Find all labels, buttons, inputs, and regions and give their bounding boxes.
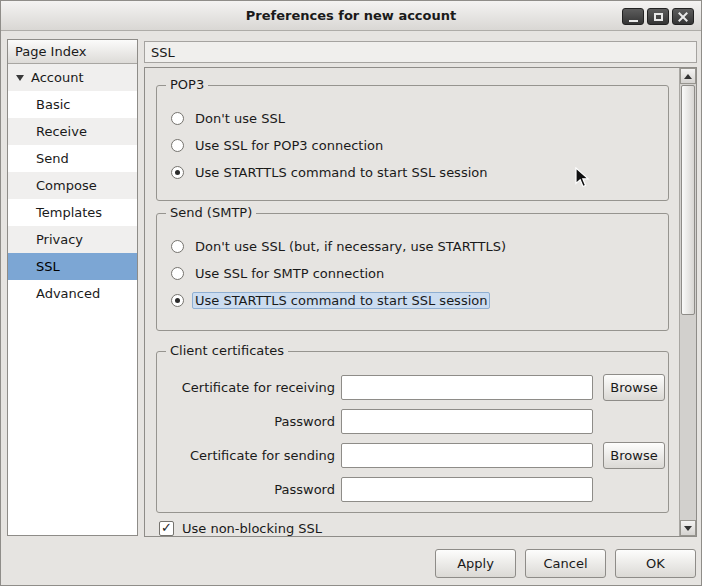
minimize-button[interactable] <box>622 8 644 25</box>
non-blocking-ssl-option[interactable]: Use non-blocking SSL <box>159 521 322 536</box>
preferences-dialog: Preferences for new account Page Index A… <box>0 0 702 586</box>
page-index-header: Page Index <box>8 40 137 64</box>
cert-receiving-label: Certificate for receiving <box>161 380 335 395</box>
ok-button[interactable]: OK <box>615 549 696 578</box>
cert-sending-password-input[interactable] <box>341 477 593 502</box>
settings-content: POP3 Don't use SSL Use SSL for POP3 conn… <box>145 68 679 536</box>
smtp-group-title: Send (SMTP) <box>166 205 256 220</box>
cert-sending-password-label: Password <box>161 482 335 497</box>
maximize-button[interactable] <box>647 8 669 25</box>
sidebar-item-privacy[interactable]: Privacy <box>8 226 137 253</box>
cert-receiving-input[interactable] <box>341 375 593 400</box>
client-certificates-title: Client certificates <box>166 343 288 358</box>
smtp-radio-use-ssl[interactable]: Use SSL for SMTP connection <box>171 265 656 282</box>
scrollbar-thumb[interactable] <box>681 85 695 315</box>
cert-sending-password-row: Password <box>157 477 668 502</box>
tree-item-label: Basic <box>36 97 70 112</box>
radio-off-icon <box>171 267 184 280</box>
close-button[interactable] <box>672 8 694 25</box>
tree-item-label: Compose <box>36 178 97 193</box>
tree-item-label: Templates <box>36 205 102 220</box>
titlebar: Preferences for new account <box>1 1 701 31</box>
window-controls <box>622 8 694 25</box>
pop3-radio-starttls[interactable]: Use STARTTLS command to start SSL sessio… <box>171 164 656 181</box>
radio-off-icon <box>171 112 184 125</box>
sidebar-item-templates[interactable]: Templates <box>8 199 137 226</box>
pop3-radio-use-ssl[interactable]: Use SSL for POP3 connection <box>171 137 656 154</box>
smtp-radio-dont-use-ssl[interactable]: Don't use SSL (but, if necessary, use ST… <box>171 238 656 255</box>
radio-on-icon <box>171 294 184 307</box>
sidebar-item-receive[interactable]: Receive <box>8 118 137 145</box>
smtp-radio-starttls[interactable]: Use STARTTLS command to start SSL sessio… <box>171 292 656 309</box>
window-title: Preferences for new account <box>246 8 456 23</box>
cert-receiving-row: Certificate for receiving Browse <box>157 374 668 401</box>
radio-label: Use SSL for SMTP connection <box>192 265 387 282</box>
sidebar-item-account[interactable]: Account <box>8 64 137 91</box>
close-icon <box>678 12 688 22</box>
cert-sending-label: Certificate for sending <box>161 448 335 463</box>
scroll-down-button[interactable] <box>680 520 696 536</box>
expander-down-icon[interactable] <box>16 75 24 81</box>
cert-receiving-password-input[interactable] <box>341 409 593 434</box>
settings-scroll-area: POP3 Don't use SSL Use SSL for POP3 conn… <box>144 67 697 537</box>
tree-item-label: SSL <box>36 259 60 274</box>
pop3-group-title: POP3 <box>166 77 208 92</box>
checkbox-label: Use non-blocking SSL <box>182 521 322 536</box>
pop3-group: POP3 Don't use SSL Use SSL for POP3 conn… <box>156 85 669 201</box>
radio-label: Use SSL for POP3 connection <box>192 137 386 154</box>
apply-button[interactable]: Apply <box>435 549 516 578</box>
sidebar-item-send[interactable]: Send <box>8 145 137 172</box>
scroll-up-button[interactable] <box>680 68 696 84</box>
radio-label: Don't use SSL <box>192 110 288 127</box>
cert-sending-browse-button[interactable]: Browse <box>603 442 665 469</box>
cert-receiving-password-label: Password <box>161 414 335 429</box>
minimize-icon <box>629 20 638 22</box>
radio-label: Use STARTTLS command to start SSL sessio… <box>192 164 490 181</box>
cert-receiving-password-row: Password <box>157 409 668 434</box>
maximize-icon <box>654 13 663 21</box>
smtp-group: Send (SMTP) Don't use SSL (but, if neces… <box>156 213 669 331</box>
client-certificates-group: Client certificates Certificate for rece… <box>156 351 669 513</box>
tree-item-label: Account <box>31 70 84 85</box>
tree-item-label: Receive <box>36 124 87 139</box>
cert-sending-row: Certificate for sending Browse <box>157 442 668 469</box>
arrow-up-icon <box>684 74 692 79</box>
tree-item-label: Privacy <box>36 232 83 247</box>
cert-receiving-browse-button[interactable]: Browse <box>603 374 665 401</box>
cancel-button[interactable]: Cancel <box>525 549 606 578</box>
vertical-scrollbar[interactable] <box>679 68 696 536</box>
sidebar-item-ssl[interactable]: SSL <box>8 253 137 280</box>
radio-off-icon <box>171 240 184 253</box>
checkbox-checked-icon <box>159 521 174 536</box>
sidebar-item-compose[interactable]: Compose <box>8 172 137 199</box>
pop3-radio-dont-use-ssl[interactable]: Don't use SSL <box>171 110 656 127</box>
radio-label: Don't use SSL (but, if necessary, use ST… <box>192 238 509 255</box>
sidebar-item-advanced[interactable]: Advanced <box>8 280 137 307</box>
radio-on-icon <box>171 166 184 179</box>
sidebar-item-basic[interactable]: Basic <box>8 91 137 118</box>
tree-item-label: Advanced <box>36 286 100 301</box>
page-title: SSL <box>144 41 697 63</box>
page-index-panel: Page Index Account Basic Receive Send Co… <box>7 39 138 536</box>
radio-off-icon <box>171 139 184 152</box>
cert-sending-input[interactable] <box>341 443 593 468</box>
tree-item-label: Send <box>36 151 69 166</box>
radio-label-focused: Use STARTTLS command to start SSL sessio… <box>192 292 490 309</box>
arrow-down-icon <box>684 526 692 531</box>
